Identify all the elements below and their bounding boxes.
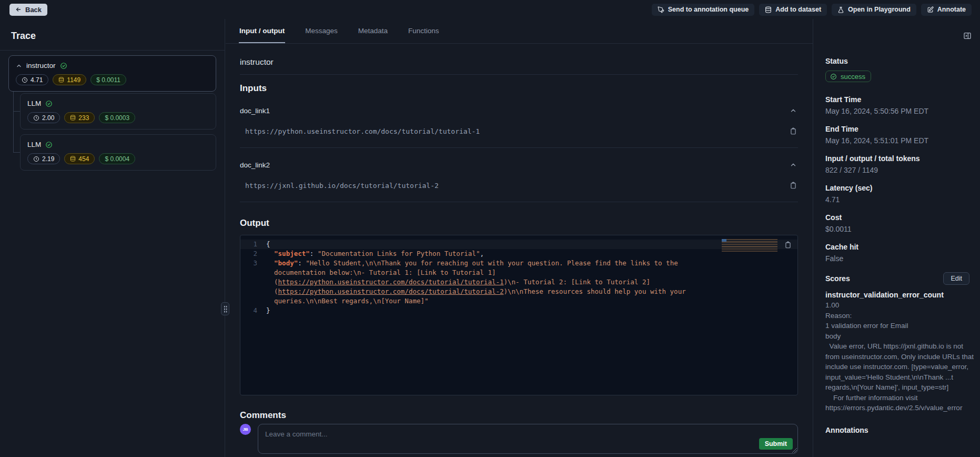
details-panel: Status success Start Time May 16, 2024, … — [813, 19, 980, 457]
cache-hit-value: False — [825, 254, 976, 263]
trace-node-llm-1[interactable]: LLM 2.00 233 $ 0.0003 — [20, 93, 216, 130]
cost-badge: $ 0.0003 — [99, 112, 135, 123]
trace-node-name: LLM — [27, 100, 41, 107]
tree-connector-vertical — [13, 88, 14, 152]
topbar-actions: Send to annotation queue Add to dataset … — [652, 4, 972, 16]
collapse-caret-icon[interactable] — [16, 63, 22, 69]
cost-badge: $ 0.0011 — [90, 74, 126, 85]
send-to-annotation-queue-button[interactable]: Send to annotation queue — [652, 4, 754, 16]
cost-badge: $ 0.0004 — [99, 153, 135, 164]
span-title: instructor — [240, 57, 798, 67]
database-icon — [58, 77, 64, 83]
copy-icon[interactable] — [789, 181, 798, 191]
tree-connector-elbow-1 — [13, 111, 20, 112]
database-icon — [70, 115, 76, 121]
trace-node-name: LLM — [27, 141, 41, 148]
comment-input[interactable]: Leave a comment... Submit — [258, 424, 798, 454]
database-icon — [765, 6, 772, 13]
open-in-playground-label: Open in Playground — [848, 6, 911, 13]
latency-value: 4.71 — [825, 195, 976, 204]
check-circle-icon — [60, 62, 67, 69]
send-to-annotation-queue-label: Send to annotation queue — [668, 6, 749, 13]
latency-badge: 2.00 — [27, 112, 60, 123]
tokens-label: Input / output / total tokens — [825, 154, 976, 163]
score-reason-label: Reason: — [825, 311, 976, 321]
comment-placeholder: Leave a comment... — [265, 430, 791, 438]
output-code-block: 1{2 "subject": "Documentation Links for … — [240, 235, 798, 395]
annotations-label: Annotations — [825, 426, 976, 435]
tab-input-output[interactable]: Input / output — [239, 19, 285, 43]
trace-node-llm-2[interactable]: LLM 2.19 454 $ 0.0004 — [20, 134, 216, 171]
divider — [240, 74, 798, 75]
annotate-label: Annotate — [937, 6, 966, 13]
inputs-heading: Inputs — [240, 83, 798, 94]
trace-title: Trace — [11, 31, 214, 42]
code-lines: 1{2 "subject": "Documentation Links for … — [240, 240, 797, 315]
annotate-button[interactable]: Annotate — [921, 4, 972, 16]
input-label: doc_link2 — [240, 161, 270, 169]
flask-icon — [837, 6, 844, 13]
tokens-badge: 454 — [64, 153, 95, 164]
back-label: Back — [25, 6, 42, 14]
main-content: instructor Inputs doc_link1 https://pyth… — [226, 57, 813, 454]
code-line: 1{ — [240, 240, 797, 249]
end-time-label: End Time — [825, 125, 976, 134]
input-label: doc_link1 — [240, 107, 270, 115]
latency-label: Latency (sec) — [825, 184, 976, 193]
input-group-doc-link2: doc_link2 https://jxnl.github.io/docs/tu… — [240, 160, 798, 202]
code-line: 3 "body": "Hello Student,\n\nThank you f… — [240, 259, 797, 306]
comments-heading: Comments — [240, 410, 798, 421]
add-to-dataset-button[interactable]: Add to dataset — [759, 4, 827, 16]
tab-metadata[interactable]: Metadata — [358, 19, 388, 43]
code-line: 4} — [240, 306, 797, 315]
open-in-playground-button[interactable]: Open in Playground — [832, 4, 916, 16]
clock-icon — [22, 77, 28, 83]
chevron-up-icon[interactable] — [789, 160, 798, 170]
grip-dots-icon — [224, 305, 227, 313]
copy-icon[interactable] — [783, 240, 793, 250]
trace-sidebar-header: Trace — [0, 19, 225, 51]
start-time-label: Start Time — [825, 95, 976, 104]
topbar: Back Send to annotation queue Add to dat… — [0, 0, 980, 19]
check-circle-icon — [45, 141, 53, 148]
trace-node-instructor[interactable]: instructor 4.71 1149 $ 0.0011 — [8, 55, 216, 92]
submit-button[interactable]: Submit — [759, 438, 793, 450]
input-group-doc-link1: doc_link1 https://python.useinstructor.c… — [240, 106, 798, 148]
tokens-badge: 1149 — [53, 74, 86, 85]
resize-handle[interactable] — [792, 448, 797, 453]
status-badge: success — [825, 71, 871, 82]
check-circle-icon — [830, 73, 837, 80]
back-button[interactable]: Back — [9, 4, 47, 16]
panel-resize-handle[interactable] — [221, 302, 229, 315]
add-to-dataset-label: Add to dataset — [775, 6, 821, 13]
edit-square-icon — [927, 6, 934, 13]
score-reason-text: 1 validation error for Email body Value … — [825, 321, 976, 413]
end-time-value: May 16, 2024, 5:51:01 PM EDT — [825, 136, 976, 145]
tab-functions[interactable]: Functions — [408, 19, 440, 43]
output-heading: Output — [240, 218, 798, 228]
copy-icon[interactable] — [789, 126, 798, 136]
tree-connector-elbow-2 — [13, 152, 20, 153]
code-line: 2 "subject": "Documentation Links for Py… — [240, 249, 797, 259]
tokens-badge: 233 — [64, 112, 95, 123]
database-icon — [70, 156, 76, 162]
start-time-value: May 16, 2024, 5:50:56 PM EDT — [825, 107, 976, 116]
cache-hit-label: Cache hit — [825, 243, 976, 252]
scores-header: Scores Edit — [825, 272, 976, 285]
score-value: 1.00 — [825, 300, 976, 311]
trace-node-name: instructor — [26, 62, 56, 69]
edit-scores-button[interactable]: Edit — [943, 272, 969, 285]
collapse-panel-icon[interactable] — [962, 31, 973, 41]
scores-label: Scores — [825, 274, 850, 283]
tab-bar: Input / output Messages Metadata Functio… — [226, 19, 813, 44]
trace-sidebar: Trace instructor 4.71 1149 $ 0.00 — [0, 19, 225, 457]
chevron-up-icon[interactable] — [789, 106, 798, 115]
cost-value: $0.0011 — [825, 225, 976, 234]
score-name: instructor_validation_error_count — [825, 290, 976, 300]
clock-icon — [33, 115, 39, 121]
main-panel: Input / output Messages Metadata Functio… — [226, 19, 813, 457]
check-circle-icon — [45, 100, 53, 107]
arrow-left-icon — [15, 6, 22, 13]
status-value: success — [841, 73, 865, 81]
tab-messages[interactable]: Messages — [305, 19, 338, 43]
